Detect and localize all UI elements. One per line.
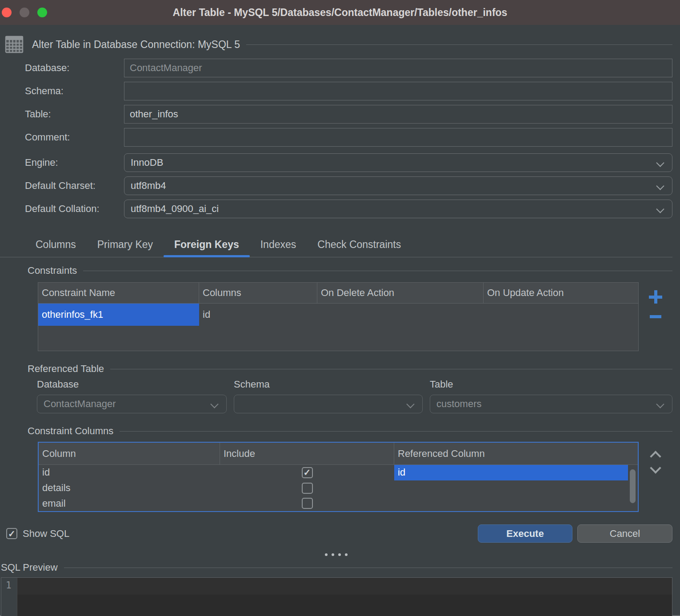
database-field: ContactManager [124, 59, 672, 77]
chevron-up-icon[interactable] [650, 452, 661, 459]
dialog-content: Alter Table in Database Connection: MySQ… [0, 25, 680, 616]
referenced-column-cell[interactable]: id [394, 465, 628, 480]
dialog-header-row: Alter Table in Database Connection: MySQ… [4, 34, 672, 55]
line-number-gutter: 1 [1, 578, 17, 616]
ref-table-label: Table [430, 379, 672, 390]
table-label: Table: [25, 108, 124, 120]
tab-columns[interactable]: Columns [25, 234, 87, 257]
engine-select[interactable]: InnoDB [124, 153, 672, 172]
table-row[interactable]: details [39, 480, 638, 496]
row-move-toolbar [639, 442, 672, 512]
column-header[interactable]: Constraint Name [38, 283, 199, 303]
include-checkbox[interactable] [302, 467, 313, 478]
column-cell[interactable]: id [39, 465, 220, 480]
tab-indexes[interactable]: Indexes [250, 234, 307, 257]
close-icon[interactable] [2, 8, 12, 17]
referenced-table-area: Database ContactManager Schema Table cus… [37, 379, 672, 413]
titlebar: Alter Table - MySQL 5/Databases/ContactM… [0, 0, 680, 25]
sql-preview-editor[interactable]: 1 [1, 577, 672, 616]
column-cell[interactable]: email [39, 496, 220, 511]
show-sql-label: Show SQL [23, 528, 69, 540]
on-update-cell[interactable] [484, 304, 638, 326]
show-sql-option[interactable]: Show SQL [6, 528, 69, 540]
comment-field[interactable] [124, 128, 672, 147]
chevron-down-icon [656, 205, 664, 213]
table-properties-form: Database: ContactManager Schema: Table: … [0, 59, 672, 223]
ref-schema-select[interactable] [234, 395, 423, 413]
constraint-name-cell[interactable]: otherinfos_fk1 [38, 304, 199, 326]
constraints-table[interactable]: Constraint Name Columns On Delete Action… [38, 282, 639, 351]
constraints-area: Constraint Name Columns On Delete Action… [38, 282, 672, 351]
column-header[interactable]: On Delete Action [317, 283, 484, 303]
chevron-down-icon [210, 400, 218, 408]
sql-preview-section: SQL Preview 1 [0, 560, 672, 616]
constraints-toolbar [639, 282, 672, 351]
minimize-icon[interactable] [20, 8, 29, 17]
comment-label: Comment: [25, 132, 124, 143]
constraint-columns-section-label: Constraint Columns [28, 425, 113, 437]
column-header[interactable]: Include [220, 443, 394, 464]
column-header[interactable]: Columns [199, 283, 317, 303]
show-sql-checkbox[interactable] [6, 528, 17, 539]
cancel-button[interactable]: Cancel [577, 524, 672, 543]
chevron-down-icon [406, 400, 414, 408]
referenced-table-section-label: Referenced Table [28, 363, 104, 375]
dialog-footer: Show SQL Execute Cancel [0, 524, 672, 543]
schema-field[interactable] [124, 82, 672, 100]
execute-button[interactable]: Execute [478, 524, 572, 543]
collation-select[interactable]: utf8mb4_0900_ai_ci [124, 200, 672, 218]
zoom-icon[interactable] [37, 8, 47, 17]
charset-label: Default Charset: [25, 180, 124, 192]
referenced-column-cell[interactable] [394, 480, 628, 496]
database-label: Database: [25, 62, 124, 74]
column-header[interactable]: On Update Action [484, 283, 638, 303]
referenced-column-cell[interactable] [394, 496, 628, 511]
dialog-title: Alter Table in Database Connection: MySQ… [32, 39, 240, 51]
constraints-table-header: Constraint Name Columns On Delete Action… [38, 283, 638, 304]
chevron-down-icon[interactable] [650, 466, 661, 473]
column-header[interactable]: Referenced Column [394, 443, 638, 464]
constraint-columns-table-header: Column Include Referenced Column [39, 443, 638, 465]
table-row[interactable]: otherinfos_fk1 id [38, 304, 638, 326]
tab-check-constraints[interactable]: Check Constraints [307, 234, 412, 257]
tab-primary-key[interactable]: Primary Key [87, 234, 164, 257]
ref-database-select[interactable]: ContactManager [37, 395, 227, 413]
traffic-lights [2, 8, 47, 17]
constraints-section-label: Constraints [28, 265, 77, 276]
table-grid-icon [4, 35, 24, 54]
vertical-scrollbar[interactable] [630, 469, 636, 503]
splitter-handle[interactable] [0, 553, 672, 557]
constraint-columns-section-header: Constraint Columns [28, 424, 672, 438]
ref-table-select[interactable]: customers [430, 395, 672, 413]
table-row[interactable]: email [39, 496, 638, 511]
constraint-columns-table[interactable]: Column Include Referenced Column id id d… [38, 442, 639, 512]
window-title: Alter Table - MySQL 5/Databases/ContactM… [0, 7, 680, 19]
chevron-down-icon [656, 159, 664, 167]
schema-label: Schema: [25, 85, 124, 97]
ref-database-label: Database [37, 379, 227, 390]
plus-icon[interactable] [649, 290, 662, 304]
column-cell[interactable]: details [39, 480, 220, 496]
column-header[interactable]: Column [39, 443, 220, 464]
on-delete-cell[interactable] [317, 304, 484, 326]
include-checkbox[interactable] [302, 498, 313, 509]
table-name-field[interactable]: other_infos [124, 105, 672, 124]
sql-code-area[interactable] [17, 578, 672, 616]
current-line-highlight [17, 578, 672, 595]
table-row[interactable]: id id [39, 465, 638, 480]
charset-select[interactable]: utf8mb4 [124, 176, 672, 195]
ref-schema-label: Schema [234, 379, 423, 390]
alter-table-dialog: Alter Table - MySQL 5/Databases/ContactM… [0, 0, 680, 616]
referenced-table-section-header: Referenced Table [28, 362, 672, 376]
line-number: 1 [6, 580, 12, 591]
header-divider [246, 44, 672, 45]
sql-preview-header: SQL Preview [1, 560, 672, 575]
tab-foreign-keys[interactable]: Foreign Keys [164, 234, 250, 257]
constraints-section-header: Constraints [28, 264, 672, 278]
include-cell [220, 465, 394, 480]
collation-label: Default Collation: [25, 203, 124, 215]
minus-icon[interactable] [650, 315, 661, 318]
engine-label: Engine: [25, 157, 124, 168]
include-checkbox[interactable] [302, 483, 313, 494]
constraint-columns-cell[interactable]: id [199, 304, 317, 326]
